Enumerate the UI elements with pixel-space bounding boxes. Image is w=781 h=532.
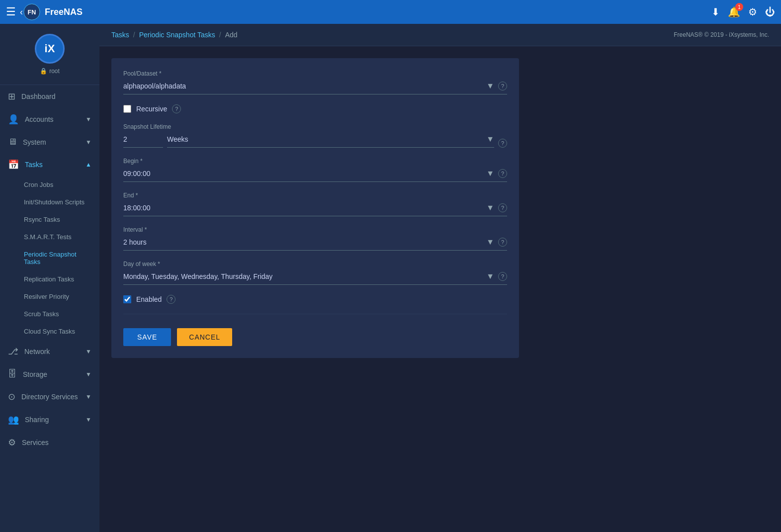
lifetime-help[interactable]: ? (498, 139, 507, 148)
init-shutdown-label: Init/Shutdown Scripts (24, 198, 85, 206)
lifetime-number-wrapper (123, 133, 163, 148)
button-row: SAVE CANCEL (123, 324, 507, 346)
recursive-help[interactable]: ? (172, 104, 181, 113)
content-area: Pool/Dataset * ▼ ? Recursive ? Sn (99, 46, 781, 532)
cloud-sync-tasks-label: Cloud Sync Tasks (24, 328, 75, 335)
download-icon[interactable]: ⬇ (711, 6, 720, 18)
sidebar-item-init-shutdown[interactable]: Init/Shutdown Scripts (0, 193, 99, 211)
pool-dataset-dropdown[interactable]: ▼ (486, 82, 494, 90)
end-dropdown[interactable]: ▼ (486, 203, 494, 212)
pool-dataset-group: Pool/Dataset * ▼ ? (123, 70, 507, 94)
breadcrumb-sep1: / (133, 31, 135, 39)
enabled-checkbox[interactable] (123, 295, 131, 303)
recursive-label: Recursive (136, 105, 167, 113)
pool-dataset-input[interactable] (123, 80, 482, 92)
sidebar-item-replication-tasks[interactable]: Replication Tasks (0, 270, 99, 288)
sidebar-item-cloud-sync-tasks[interactable]: Cloud Sync Tasks (0, 323, 99, 340)
begin-group: Begin * ▼ ? (123, 158, 507, 182)
svg-text:FN: FN (28, 9, 36, 16)
dow-help[interactable]: ? (498, 272, 507, 281)
sidebar-item-dashboard[interactable]: ⊞ Dashboard (0, 85, 99, 108)
save-button[interactable]: SAVE (123, 328, 171, 346)
begin-wrapper: ▼ ? (123, 168, 507, 182)
enabled-label: Enabled (136, 295, 162, 303)
notification-badge: 1 (735, 3, 743, 11)
system-arrow: ▼ (86, 139, 91, 146)
sidebar-item-directory-services[interactable]: ⊙ Directory Services ▼ (0, 385, 99, 408)
sidebar-item-periodic-snapshot[interactable]: Periodic Snapshot Tasks (0, 246, 99, 270)
breadcrumb-add: Add (225, 31, 238, 39)
pool-dataset-wrapper: ▼ ? (123, 80, 507, 94)
breadcrumb-periodic[interactable]: Periodic Snapshot Tasks (139, 31, 215, 39)
begin-label: Begin * (123, 158, 507, 165)
sidebar-item-accounts[interactable]: 👤 Accounts ▼ (0, 108, 99, 131)
sidebar-item-resilver-priority[interactable]: Resilver Priority (0, 288, 99, 305)
sidebar-item-sharing[interactable]: 👥 Sharing ▼ (0, 408, 99, 431)
periodic-snapshot-label: Periodic Snapshot Tasks (24, 251, 91, 266)
sidebar-item-label-dashboard: Dashboard (21, 92, 56, 100)
sidebar-item-smart-tests[interactable]: S.M.A.R.T. Tests (0, 228, 99, 246)
interval-dropdown[interactable]: ▼ (486, 238, 494, 247)
lifetime-unit-input[interactable] (167, 133, 482, 145)
smart-tests-label: S.M.A.R.T. Tests (24, 233, 72, 241)
pool-dataset-help[interactable]: ? (498, 82, 507, 90)
interval-label: Interval * (123, 226, 507, 233)
breadcrumb: Tasks / Periodic Snapshot Tasks / Add (111, 31, 238, 39)
system-icon: 🖥 (8, 137, 17, 147)
notifications-icon[interactable]: 🔔 1 (728, 6, 740, 18)
breadcrumb-bar: Tasks / Periodic Snapshot Tasks / Add Fr… (99, 24, 781, 46)
sidebar-item-services[interactable]: ⚙ Services (0, 431, 99, 454)
begin-help[interactable]: ? (498, 169, 507, 178)
dow-input[interactable] (123, 270, 482, 282)
lock-icon: 🔒 (40, 68, 47, 75)
rsync-tasks-label: Rsync Tasks (24, 216, 60, 223)
sidebar-user: iX 🔒 root (0, 24, 99, 85)
sidebar-item-system[interactable]: 🖥 System ▼ (0, 131, 99, 153)
tasks-icon: 📅 (8, 159, 19, 170)
logo-text: FreeNAS (45, 7, 83, 17)
lifetime-unit-dropdown[interactable]: ▼ (486, 135, 494, 144)
interval-group: Interval * ▼ ? (123, 226, 507, 251)
begin-dropdown[interactable]: ▼ (486, 169, 494, 178)
sidebar-item-network[interactable]: ⎇ Network ▼ (0, 340, 99, 363)
recursive-checkbox[interactable] (123, 105, 131, 113)
dow-dropdown[interactable]: ▼ (486, 272, 494, 281)
replication-tasks-label: Replication Tasks (24, 275, 74, 283)
sidebar-item-storage[interactable]: 🗄 Storage ▼ (0, 363, 99, 385)
sidebar-item-rsync-tasks[interactable]: Rsync Tasks (0, 211, 99, 228)
sidebar: iX 🔒 root ⊞ Dashboard 👤 Accounts ▼ 🖥 Sys… (0, 24, 99, 532)
menu-toggle[interactable]: ☰ (6, 5, 16, 18)
network-icon: ⎇ (8, 346, 18, 357)
sidebar-username: root (49, 68, 60, 75)
network-arrow: ▼ (86, 348, 91, 355)
sidebar-lock: 🔒 root (40, 68, 60, 75)
accounts-icon: 👤 (8, 114, 19, 125)
topbar: ☰ ‹ FN FreeNAS ⬇ 🔔 1 ⚙ ⏻ (0, 0, 781, 24)
sidebar-item-label-system: System (23, 138, 46, 146)
sidebar-item-cron-jobs[interactable]: Cron Jobs (0, 176, 99, 193)
interval-wrapper: ▼ ? (123, 236, 507, 251)
sidebar-item-label-directory: Directory Services (21, 393, 78, 401)
lifetime-unit-wrapper: ▼ (167, 133, 494, 148)
accounts-arrow: ▼ (86, 116, 91, 123)
storage-icon: 🗄 (8, 369, 17, 379)
cancel-button[interactable]: CANCEL (177, 328, 232, 346)
end-group: End * ▼ ? (123, 192, 507, 216)
form-divider (123, 314, 507, 314)
sidebar-item-label-accounts: Accounts (25, 115, 54, 123)
end-help[interactable]: ? (498, 203, 507, 212)
interval-help[interactable]: ? (498, 238, 507, 247)
sidebar-item-tasks[interactable]: 📅 Tasks ▲ (0, 153, 99, 176)
freenas-logo: FN (23, 3, 41, 21)
lifetime-group: Snapshot Lifetime ▼ ? (123, 123, 507, 148)
end-input[interactable] (123, 202, 482, 214)
sidebar-item-label-storage: Storage (23, 370, 47, 378)
enabled-help[interactable]: ? (167, 295, 175, 304)
power-icon[interactable]: ⏻ (765, 6, 775, 18)
begin-input[interactable] (123, 168, 482, 179)
breadcrumb-tasks[interactable]: Tasks (111, 31, 129, 39)
sidebar-item-scrub-tasks[interactable]: Scrub Tasks (0, 305, 99, 323)
sidebar-item-label-tasks: Tasks (25, 161, 43, 169)
settings-icon[interactable]: ⚙ (748, 6, 757, 18)
interval-input[interactable] (123, 236, 482, 248)
